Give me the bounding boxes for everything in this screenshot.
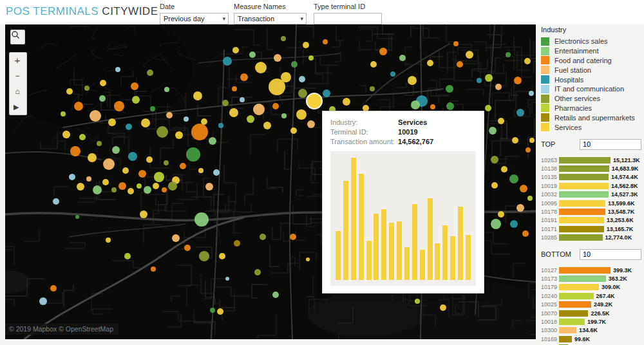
terminal-bubble[interactable] [138,170,146,178]
zoom-in-button[interactable]: + [10,53,25,68]
terminal-bubble[interactable] [255,62,267,73]
terminal-bubble[interactable] [524,58,531,64]
terminal-bubble[interactable] [122,167,129,174]
terminal-bubble[interactable] [512,137,518,144]
terminal-bubble[interactable] [291,61,298,68]
legend-item[interactable]: Pharmacies [541,104,641,113]
terminal-row[interactable]: 10025249.2K [541,300,641,308]
terminal-bubble[interactable] [141,118,150,127]
terminal-bubble[interactable] [240,73,248,81]
terminal-row[interactable]: 1001914,562.8K [541,182,641,190]
terminal-bubble[interactable] [529,138,535,143]
terminal-bubble[interactable] [132,96,140,104]
legend-item[interactable]: Other services [541,94,641,104]
terminal-bubble[interactable] [290,127,297,134]
terminal-bubble[interactable] [103,158,115,170]
terminal-bubble[interactable] [140,210,147,218]
terminal-bubble[interactable] [491,182,498,189]
terminal-row[interactable]: 1016999.6K [541,335,641,343]
terminal-bubble[interactable] [247,115,254,123]
map-attribution[interactable]: © 2019 Mapbox © OpenStreetMap [5,324,118,335]
terminal-bubble[interactable] [66,88,73,95]
terminal-bubble[interactable] [520,185,527,192]
terminal-bubble[interactable] [253,104,265,115]
terminal-bubble[interactable] [254,269,261,275]
terminal-bubble[interactable] [453,41,459,46]
terminal-bubble[interactable] [370,86,375,91]
terminal-bubble[interactable] [516,204,524,212]
terminal-bubble[interactable] [124,253,131,259]
legend-item[interactable]: Food and catering [541,56,641,66]
terminal-row[interactable]: 10173363.2K [541,274,641,283]
terminal-bubble[interactable] [526,147,531,153]
terminal-row[interactable]: 1013514,574.4K [541,173,641,182]
terminal-bubble[interactable] [128,152,137,161]
terminal-bubble[interactable] [62,131,70,138]
terminal-bubble[interactable] [510,220,518,228]
terminal-row[interactable]: 10300134.6K [541,326,641,335]
terminal-row[interactable]: 10179309.0K [541,283,641,292]
measure-dropdown[interactable]: Transaction amount ▾ [234,13,307,24]
legend-item[interactable]: Fuel station [541,65,641,75]
legend-item[interactable]: Hospitals [541,75,641,84]
terminal-bubble[interactable] [218,123,223,128]
terminal-row[interactable]: 1017113,165.7K [541,225,641,233]
terminal-bubble[interactable] [485,105,491,111]
terminal-bubble[interactable] [198,168,204,173]
terminal-bubble[interactable] [514,77,522,84]
terminal-bubble[interactable] [232,86,237,91]
terminal-bubble[interactable] [466,51,473,59]
terminal-bubble[interactable] [74,102,83,111]
terminal-bubble[interactable] [306,257,310,261]
terminal-bubble[interactable] [527,196,533,201]
terminal-bubble[interactable] [427,60,433,66]
terminal-bubble[interactable] [219,253,225,259]
terminal-bubble[interactable] [77,183,84,191]
terminal-row[interactable]: 10018199.7K [541,317,641,326]
terminal-bubble[interactable] [232,47,239,53]
terminal-bubble[interactable] [99,95,106,102]
terminal-bubble[interactable] [79,134,86,140]
terminal-bubble[interactable] [415,299,420,304]
terminal-bubble[interactable] [399,55,406,61]
top-count-input[interactable] [580,139,641,150]
legend-item[interactable]: Services [541,122,641,132]
terminal-bubble[interactable] [281,72,291,82]
terminal-bubble[interactable] [446,85,453,93]
terminal-bubble[interactable] [162,187,167,192]
terminal-row[interactable]: 1017813,548.7K [541,207,641,216]
terminal-row[interactable]: 1026315,121.3K [541,156,641,164]
terminal-bubble[interactable] [249,51,256,58]
terminal-bubble[interactable] [147,70,153,76]
terminal-bubble[interactable] [223,57,232,66]
terminal-bubble[interactable] [180,163,186,169]
terminal-bubble[interactable] [111,187,117,192]
terminal-bubble[interactable] [154,172,164,182]
terminal-bubble[interactable] [457,61,463,68]
terminal-bubble[interactable] [477,78,482,83]
terminal-bubble[interactable] [199,251,209,261]
terminal-bubble[interactable] [495,84,502,90]
terminal-bubble[interactable] [213,169,220,176]
bottom-count-input[interactable] [580,249,641,260]
legend-item[interactable]: Electronics sales [541,37,641,46]
legend-item[interactable]: IT and communication [541,84,641,94]
zoom-out-button[interactable]: − [10,68,25,84]
terminal-bubble[interactable] [210,308,215,313]
terminal-bubble[interactable] [114,101,124,111]
terminal-bubble[interactable] [100,80,106,86]
terminal-bubble[interactable] [184,117,189,122]
legend-item[interactable]: Entertainment [541,46,641,56]
terminal-bubble[interactable] [307,120,315,128]
terminal-bubble[interactable] [151,266,156,272]
terminal-bubble[interactable] [90,110,101,122]
terminal-bubble[interactable] [102,179,109,185]
terminal-bubble[interactable] [308,55,314,61]
terminal-bubble[interactable] [115,67,120,72]
terminal-row[interactable]: 1019113,253.6K [541,216,641,225]
terminal-row[interactable]: 1003214,527.3K [541,191,641,199]
terminal-bubble[interactable] [516,109,524,117]
terminal-bubble[interactable] [75,215,79,219]
terminal-bubble[interactable] [209,137,216,145]
terminal-bubble[interactable] [498,118,504,124]
